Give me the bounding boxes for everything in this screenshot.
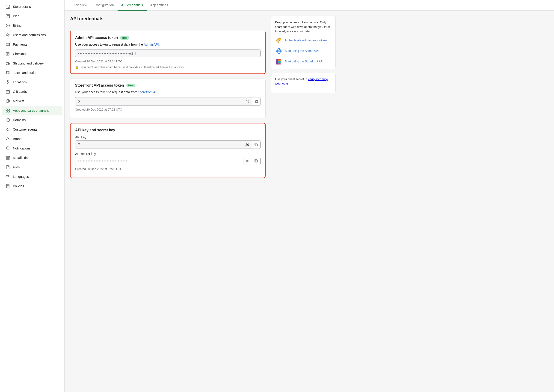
sidebar-item-label: Plan <box>13 14 19 18</box>
domains-icon <box>6 118 10 122</box>
sidebar-item-domains[interactable]: Domains <box>2 115 63 125</box>
auth-tokens-link[interactable]: Authenticate with access tokens <box>285 38 327 42</box>
svg-point-11 <box>8 64 9 65</box>
sidebar-item-customer-events[interactable]: Customer events <box>2 125 63 134</box>
tab-app-settings[interactable]: App settings <box>147 0 172 11</box>
main-content: Overview Configuration API credentials A… <box>65 0 554 392</box>
sidebar-item-apps-sales-channels[interactable]: Apps and sales channels <box>2 106 63 115</box>
svg-rect-28 <box>255 160 258 162</box>
svg-rect-53 <box>276 51 277 52</box>
admin-api-icon <box>275 48 282 55</box>
sidebar-item-label: Shipping and delivery <box>13 62 44 65</box>
apps-icon <box>6 108 10 113</box>
sidebar-item-files[interactable]: Files <box>2 163 63 172</box>
svg-rect-7 <box>7 45 7 45</box>
svg-rect-17 <box>8 109 10 111</box>
sidebar-item-markets[interactable]: Markets <box>2 97 63 106</box>
svg-rect-26 <box>255 144 258 146</box>
users-icon <box>6 33 10 37</box>
svg-rect-61 <box>278 61 281 62</box>
svg-rect-54 <box>281 51 281 52</box>
page-title: API credentials <box>70 16 266 25</box>
storefront-api-icon <box>275 58 282 65</box>
policies-icon <box>6 184 10 189</box>
languages-icon <box>6 174 10 179</box>
sidebar-item-label: Brand <box>13 137 22 141</box>
svg-rect-25 <box>256 101 258 103</box>
svg-rect-55 <box>277 52 278 53</box>
sidebar-item-label: Notifications <box>13 147 30 150</box>
sidebar-item-label: Policies <box>13 184 24 188</box>
storefront-api-link-item: Start using the Storefront API <box>275 58 332 65</box>
api-key-card: API key and secret key API key 7 20 API … <box>70 123 266 178</box>
svg-rect-39 <box>280 39 281 40</box>
svg-rect-16 <box>6 109 8 111</box>
tab-api-credentials[interactable]: API credentials <box>118 0 147 11</box>
sidebar-item-languages[interactable]: Languages <box>2 172 63 181</box>
sidebar-item-payments[interactable]: Payments <box>2 40 63 49</box>
svg-rect-51 <box>280 50 281 52</box>
svg-rect-9 <box>6 63 8 64</box>
api-secret-copy-button[interactable] <box>252 157 260 165</box>
sidebar-item-label: Store details <box>13 5 31 8</box>
sidebar-item-checkout[interactable]: Checkout <box>2 49 63 58</box>
content-area: API credentials Admin API access token N… <box>65 11 341 183</box>
svg-rect-1 <box>7 7 8 8</box>
files-icon <box>6 165 10 169</box>
svg-rect-68 <box>276 62 277 63</box>
svg-rect-64 <box>278 63 281 64</box>
sidebar-item-metafields[interactable]: Metafields <box>2 153 63 162</box>
api-key-value: 7 20 <box>75 141 252 148</box>
storefront-token-badge: New <box>126 84 135 87</box>
shipping-icon <box>6 61 10 66</box>
storefront-token-field: 5 48 <box>75 97 261 105</box>
sidebar-item-plan[interactable]: Plan <box>2 12 63 21</box>
sidebar-item-label: Taxes and duties <box>13 71 37 75</box>
sidebar-item-users-permissions[interactable]: Users and permissions <box>2 30 63 40</box>
sidebar-item-notifications[interactable]: Notifications <box>2 144 63 153</box>
taxes-icon <box>6 70 10 75</box>
sidebar-item-locations[interactable]: Locations <box>2 78 63 87</box>
svg-rect-49 <box>277 50 278 52</box>
api-secret-field: •••••••••••••••••••••••••••••••• <box>75 157 260 165</box>
admin-token-card: Admin API access token New Use your acce… <box>70 31 266 74</box>
api-key-label: API key <box>75 135 260 139</box>
billing-icon <box>6 23 10 28</box>
sidebar-item-label: Checkout <box>13 52 27 56</box>
svg-rect-22 <box>6 158 10 158</box>
content-left: API credentials Admin API access token N… <box>70 16 266 178</box>
storefront-api-link[interactable]: Storefront API <box>138 90 158 94</box>
admin-api-start-link[interactable]: Start using the Admin API <box>285 49 319 53</box>
sidebar: Store details Plan Billing Users and per… <box>0 0 65 392</box>
svg-rect-41 <box>277 42 278 42</box>
svg-rect-67 <box>276 61 277 62</box>
api-secret-key-label: API secret key <box>75 152 260 156</box>
storefront-token-copy-button[interactable] <box>252 98 260 105</box>
sidebar-item-gift-cards[interactable]: Gift cards <box>2 87 63 96</box>
sidebar-item-policies[interactable]: Policies <box>2 182 63 191</box>
sidebar-item-label: Billing <box>13 24 22 28</box>
admin-api-link[interactable]: Admin API <box>144 43 159 46</box>
api-secret-show-button[interactable] <box>243 157 252 165</box>
admin-token-title: Admin API access token New <box>75 36 260 40</box>
api-key-field: 7 20 <box>75 140 260 149</box>
tab-configuration[interactable]: Configuration <box>91 0 117 11</box>
sidebar-item-label: Markets <box>13 99 24 103</box>
admin-token-description: Use your access token to request data fr… <box>75 43 260 46</box>
tabs-bar: Overview Configuration API credentials A… <box>65 0 554 11</box>
sidebar-item-store-details[interactable]: Store details <box>2 2 63 11</box>
storefront-token-created: Created 20 Dec 2022 at 07:22 UTC <box>75 108 261 111</box>
storefront-api-start-link[interactable]: Start using the Storefront API <box>285 59 324 63</box>
security-note: Keep your access tokens secure. Only sha… <box>275 20 332 34</box>
svg-point-5 <box>8 34 9 35</box>
sidebar-item-brand[interactable]: Brand <box>2 134 63 143</box>
sidebar-item-taxes-duties[interactable]: Taxes and duties <box>2 68 63 77</box>
svg-rect-45 <box>277 49 278 50</box>
tab-overview[interactable]: Overview <box>70 0 91 11</box>
sidebar-item-shipping-delivery[interactable]: Shipping and delivery <box>2 59 63 68</box>
svg-rect-32 <box>278 39 279 40</box>
svg-rect-65 <box>276 59 277 60</box>
api-key-copy-button[interactable] <box>252 141 260 148</box>
sidebar-item-billing[interactable]: Billing <box>2 21 63 30</box>
content-right: Keep your access tokens secure. Only sha… <box>271 16 336 178</box>
